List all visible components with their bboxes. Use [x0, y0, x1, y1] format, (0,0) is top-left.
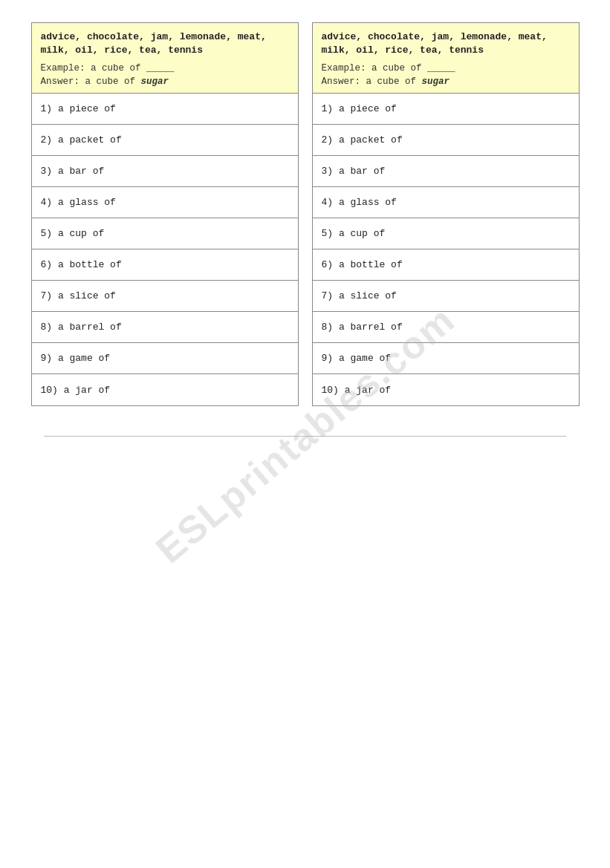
question-left-8: 8) a barrel of [32, 312, 298, 343]
worksheets-container: advice, chocolate, jam, lemonade, meat, … [15, 22, 595, 406]
question-right-1: 1) a piece of [313, 94, 579, 125]
answer-bold-left: sugar [141, 76, 169, 87]
question-left-9: 9) a game of [32, 343, 298, 374]
word-list-left: advice, chocolate, jam, lemonade, meat, … [41, 30, 289, 57]
question-right-8: 8) a barrel of [313, 312, 579, 343]
word-list-right: advice, chocolate, jam, lemonade, meat, … [322, 30, 570, 57]
bottom-divider [44, 436, 566, 437]
header-box-right: advice, chocolate, jam, lemonade, meat, … [313, 23, 579, 94]
worksheet-left: advice, chocolate, jam, lemonade, meat, … [31, 22, 299, 406]
worksheet-right: advice, chocolate, jam, lemonade, meat, … [312, 22, 580, 406]
question-left-5: 5) a cup of [32, 218, 298, 249]
question-right-7: 7) a slice of [313, 281, 579, 312]
question-right-6: 6) a bottle of [313, 249, 579, 281]
question-right-4: 4) a glass of [313, 187, 579, 218]
question-right-10: 10) a jar of [313, 374, 579, 405]
question-left-4: 4) a glass of [32, 187, 298, 218]
question-left-1: 1) a piece of [32, 94, 298, 125]
question-right-3: 3) a bar of [313, 156, 579, 187]
question-left-7: 7) a slice of [32, 281, 298, 312]
question-right-2: 2) a packet of [313, 125, 579, 156]
example-line-left: Example: a cube of _____ [41, 63, 289, 74]
answer-bold-right: sugar [422, 76, 450, 87]
header-box-left: advice, chocolate, jam, lemonade, meat, … [32, 23, 298, 94]
answer-line-left: Answer: a cube of sugar [41, 76, 289, 87]
question-right-9: 9) a game of [313, 343, 579, 374]
question-right-5: 5) a cup of [313, 218, 579, 249]
answer-prefix-left: Answer: a cube of [41, 76, 141, 87]
example-line-right: Example: a cube of _____ [322, 63, 570, 74]
question-left-3: 3) a bar of [32, 156, 298, 187]
answer-prefix-right: Answer: a cube of [322, 76, 422, 87]
question-left-2: 2) a packet of [32, 125, 298, 156]
question-left-6: 6) a bottle of [32, 249, 298, 281]
question-left-10: 10) a jar of [32, 374, 298, 405]
answer-line-right: Answer: a cube of sugar [322, 76, 570, 87]
